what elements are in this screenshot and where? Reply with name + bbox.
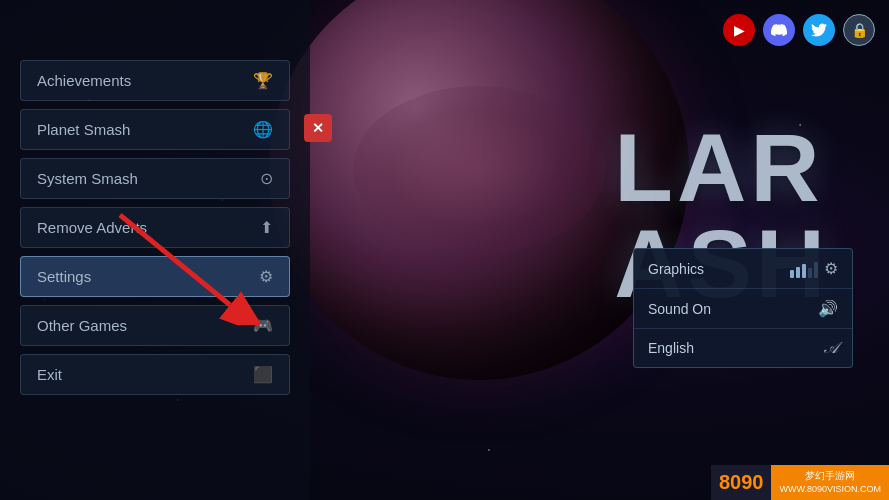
social-bar: ▶ 🔒: [723, 14, 875, 46]
upload-icon: ⬆: [260, 218, 273, 237]
sidebar-item-other-games[interactable]: Other Games 🎮: [20, 305, 290, 346]
language-label: English: [648, 340, 814, 356]
gamepad-icon: 🎮: [253, 316, 273, 335]
discord-button[interactable]: [763, 14, 795, 46]
planet-icon: 🌐: [253, 120, 273, 139]
sidebar: Achievements 🏆 Planet Smash 🌐 System Sma…: [0, 0, 310, 500]
language-row[interactable]: English 𝒜: [634, 329, 852, 367]
bar-4: [808, 268, 812, 278]
bar-3: [802, 264, 806, 278]
sidebar-item-achievements[interactable]: Achievements 🏆: [20, 60, 290, 101]
other-games-label: Other Games: [37, 317, 127, 334]
sound-row[interactable]: Sound On 🔊: [634, 289, 852, 329]
bar-1: [790, 270, 794, 278]
achievements-label: Achievements: [37, 72, 131, 89]
watermark-number: 8090: [711, 465, 772, 500]
graphics-gear-icon[interactable]: ⚙: [824, 259, 838, 278]
twitter-button[interactable]: [803, 14, 835, 46]
graphics-label: Graphics: [648, 261, 780, 277]
exit-icon: ⬛: [253, 365, 273, 384]
language-control[interactable]: 𝒜: [824, 339, 838, 357]
system-smash-label: System Smash: [37, 170, 138, 187]
watermark-site: 梦幻手游网 WWW.8090VISION.COM: [771, 465, 889, 500]
language-icon: 𝒜: [824, 339, 838, 357]
graphics-bars: [790, 260, 818, 278]
graphics-control[interactable]: ⚙: [790, 259, 838, 278]
youtube-button[interactable]: ▶: [723, 14, 755, 46]
system-icon: ⊙: [260, 169, 273, 188]
title-line1: LAR: [614, 120, 829, 216]
sidebar-item-exit[interactable]: Exit ⬛: [20, 354, 290, 395]
bar-2: [796, 267, 800, 278]
trophy-icon: 🏆: [253, 71, 273, 90]
settings-label: Settings: [37, 268, 91, 285]
sidebar-item-planet-smash[interactable]: Planet Smash 🌐: [20, 109, 290, 150]
sidebar-item-system-smash[interactable]: System Smash ⊙: [20, 158, 290, 199]
sound-label: Sound On: [648, 301, 808, 317]
lock-button[interactable]: 🔒: [843, 14, 875, 46]
remove-adverts-label: Remove Adverts: [37, 219, 147, 236]
watermark: 8090 梦幻手游网 WWW.8090VISION.COM: [711, 465, 889, 500]
planet-smash-label: Planet Smash: [37, 121, 130, 138]
dialog-close-button[interactable]: ✕: [304, 114, 332, 142]
exit-label: Exit: [37, 366, 62, 383]
sidebar-item-remove-adverts[interactable]: Remove Adverts ⬆: [20, 207, 290, 248]
settings-gear-icon: ⚙: [259, 267, 273, 286]
sound-icon: 🔊: [818, 299, 838, 318]
graphics-row[interactable]: Graphics ⚙: [634, 249, 852, 289]
sound-control[interactable]: 🔊: [818, 299, 838, 318]
bar-5: [814, 262, 818, 278]
sidebar-item-settings[interactable]: Settings ⚙: [20, 256, 290, 297]
